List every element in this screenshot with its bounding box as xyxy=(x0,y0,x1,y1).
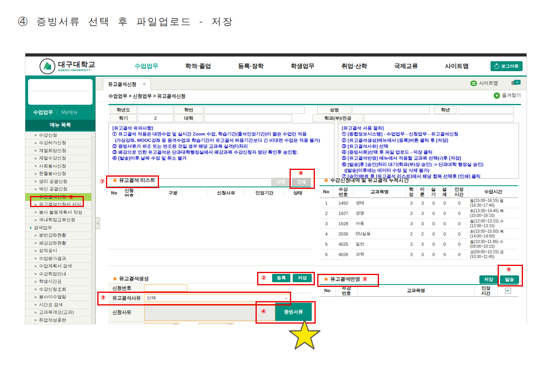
checkbox-checked-icon[interactable]: ✔ xyxy=(505,288,511,294)
reason-textarea[interactable] xyxy=(144,304,275,321)
annotation-8: ⑧ xyxy=(298,170,303,177)
apply-save-button[interactable]: 저장 xyxy=(479,275,498,284)
sidebar-item[interactable]: ▶국내학점교류신청 xyxy=(25,217,95,224)
field-label-college: 대학 xyxy=(174,114,203,122)
sidebar-item[interactable]: ▶헌혈봉사신청 xyxy=(25,170,95,178)
field-label-semester: 학기 xyxy=(110,114,137,122)
sidebar-item[interactable]: ▶봉사 활동계획서 작성 xyxy=(25,209,95,217)
sidebar-item[interactable]: ▶수강신청 xyxy=(25,132,95,139)
sidebar-item[interactable]: ▶교과목개요(교과) xyxy=(25,309,95,317)
nav-records[interactable]: 학적·졸업 xyxy=(185,62,211,70)
table-row[interactable]: 11450생태33000월(15:00~16:15) 월(16:30~17:45… xyxy=(320,198,518,208)
table-row[interactable]: 42026DU실용22000화(15:00~15:50) 목(14:00~14:… xyxy=(320,229,518,239)
sidebar-item[interactable]: ▶취업적성훈련 xyxy=(25,317,95,324)
scroll-up-icon[interactable]: ^ xyxy=(92,132,95,136)
sidebar-menu-title: 메뉴 목록 xyxy=(25,120,95,130)
enrollment-title: 수강신청내역 및 유고결석 누적시간 xyxy=(324,177,409,184)
name-field[interactable] xyxy=(352,106,430,114)
sidebar-item[interactable]: ▶계절수강신청 xyxy=(25,155,95,163)
field-label-department: 학과(부)/전공 xyxy=(313,114,363,122)
year-field[interactable] xyxy=(138,106,173,114)
semester-field[interactable] xyxy=(138,114,173,122)
grade-input[interactable] xyxy=(459,106,513,114)
year-input[interactable] xyxy=(138,106,173,114)
table-row[interactable]: 64026과학33000금(09:00~10:15) 금(10:30~11:45… xyxy=(320,249,518,260)
close-icon[interactable]: × xyxy=(143,81,146,87)
sidebar-item[interactable]: ▶생리 공결신청 xyxy=(25,178,95,186)
grade-field[interactable] xyxy=(459,106,513,114)
college-field[interactable] xyxy=(204,114,292,122)
arrow-right-icon: ▶ xyxy=(35,288,37,291)
apply-no-input[interactable] xyxy=(144,285,189,292)
nav-registration[interactable]: 등록·장학 xyxy=(238,62,264,70)
favorites-button[interactable]: ★ 즐겨찾기 xyxy=(494,92,521,99)
nav-student-affairs[interactable]: 학생업무 xyxy=(291,62,314,70)
table-row[interactable]: 54025일반33000월(10:30~11:45) 수(09:00~10:15… xyxy=(320,239,518,249)
sidebar-tab-classes[interactable]: 수업업무 xyxy=(33,109,53,116)
field-label-name: 성명 xyxy=(317,106,351,114)
apply-no-row: 신청번호 xyxy=(108,283,311,293)
sidebar-menu-list: ▶수강신청 ▶수강허가신청 ▶계절희망신청 ▶계절수강신청 ▶사회봉사신청 ▶헌… xyxy=(25,132,95,324)
sidebar-item[interactable]: ▶수강학점안내 xyxy=(25,270,95,278)
reason-type-select[interactable]: 선택 ∨ xyxy=(144,294,290,302)
apply-no-field[interactable] xyxy=(144,285,188,292)
sidebar-item[interactable]: ▶수업평가결과 xyxy=(25,255,95,263)
sidebar-item[interactable]: ▶수강허가신청 xyxy=(25,139,95,147)
calendar-icon[interactable] xyxy=(173,324,178,324)
send-button[interactable]: 발송 xyxy=(500,275,519,284)
nav-classes[interactable]: 수업업무 xyxy=(134,62,158,70)
sidebar-item[interactable]: ▶수업계획서 검색 xyxy=(25,263,95,271)
department-input[interactable] xyxy=(364,114,513,122)
sidebar-item[interactable]: ▶백신 공결신청 xyxy=(25,186,95,194)
sidebar-item[interactable]: ▶분반강좌현황 xyxy=(25,232,95,240)
attach-documents-button[interactable]: 증빙서류 xyxy=(275,303,312,321)
bullet-icon xyxy=(113,277,117,281)
arrow-right-icon: ▶ xyxy=(35,134,37,137)
sidebar-item-absence-apply[interactable]: ▶유고결석신청① xyxy=(25,193,95,201)
main-area: < 유고결석신청 × 사이트맵 × 수업업무 > 신청업무 > 유고결석신청 ★ xyxy=(95,77,527,324)
print-button[interactable]: 인쇄 xyxy=(292,178,311,186)
name-input[interactable] xyxy=(352,106,429,114)
close-all-tabs-icon[interactable]: × xyxy=(511,80,521,86)
nav-international[interactable]: 국제교류 xyxy=(394,62,418,70)
arrow-right-icon: ▶ xyxy=(35,188,37,191)
tab-absence-apply[interactable]: 유고결석신청 × xyxy=(103,78,151,90)
content: 학년도 학번 성명 학년 학기 대학 학과(부)/전공 xyxy=(96,102,527,324)
sidebar-section-search[interactable]: ∨검색업무 xyxy=(25,224,95,232)
sidebar-item[interactable]: ▶사회봉사신청 xyxy=(25,162,95,170)
sidebar-item[interactable]: ▶시간표 검색 xyxy=(25,301,95,309)
college-input[interactable] xyxy=(205,114,292,122)
logout-button[interactable]: 로그아웃 xyxy=(491,61,523,71)
student-no-input[interactable] xyxy=(205,106,304,114)
student-no-field[interactable] xyxy=(204,106,305,114)
table-row[interactable]: 31928아동33000월(12:00~13:15) 수(12:00~13:15… xyxy=(320,219,518,229)
sidebar-collapse-handle[interactable]: < xyxy=(96,217,100,229)
sidebar-item[interactable]: ▶폐강강좌현황 xyxy=(25,239,95,247)
absence-list-empty-body xyxy=(108,197,311,249)
sidebar-tab-mymenu[interactable]: My메뉴 xyxy=(61,109,78,116)
table-row[interactable]: 21927생명33000화(13:30~14:45) 목(15:00~16:15… xyxy=(320,208,518,219)
notice-procedure: [유고결석 사용 절차] ① [종합정보시스템] - 수업업무 - 신청업무 -… xyxy=(338,123,519,179)
annotation-6: ⑥ xyxy=(506,266,511,273)
breadcrumb: 수업업무 > 신청업무 > 유고결석신청 xyxy=(108,93,186,100)
save-button[interactable]: 저장 xyxy=(293,274,312,282)
sidebar-item[interactable]: ▶성적공시 xyxy=(25,247,95,255)
sidebar-item[interactable]: ▶유고결석신청서 서식 xyxy=(25,201,95,209)
department-field[interactable] xyxy=(364,114,513,122)
semester-input[interactable] xyxy=(138,114,173,122)
sitemap-button[interactable]: 사이트맵 xyxy=(470,80,498,87)
university-logo[interactable]: 대구대학교 DAEGU UNIVERSITY xyxy=(40,58,96,74)
nav-career[interactable]: 취업·산학 xyxy=(341,62,367,70)
calendar-icon[interactable] xyxy=(227,324,232,324)
arrow-right-icon: ▶ xyxy=(35,280,37,283)
register-button[interactable]: 등록 xyxy=(272,274,290,282)
period-end-field[interactable] xyxy=(199,323,234,324)
sidebar-item[interactable]: ▶봉사이수열람 xyxy=(25,294,95,302)
sidebar-item[interactable]: ▶계절희망신청 xyxy=(25,147,95,155)
sidebar-item[interactable]: ▶학생시간표 xyxy=(25,278,95,286)
nav-sitemap[interactable]: 사이트맵 xyxy=(445,62,469,70)
period-start-field[interactable] xyxy=(144,323,179,324)
sidebar-scrollbar[interactable]: ^ xyxy=(91,132,95,324)
delete-button[interactable]: 삭제 xyxy=(271,178,290,186)
sidebar-item[interactable]: ▶수강신청조회 xyxy=(25,286,95,294)
